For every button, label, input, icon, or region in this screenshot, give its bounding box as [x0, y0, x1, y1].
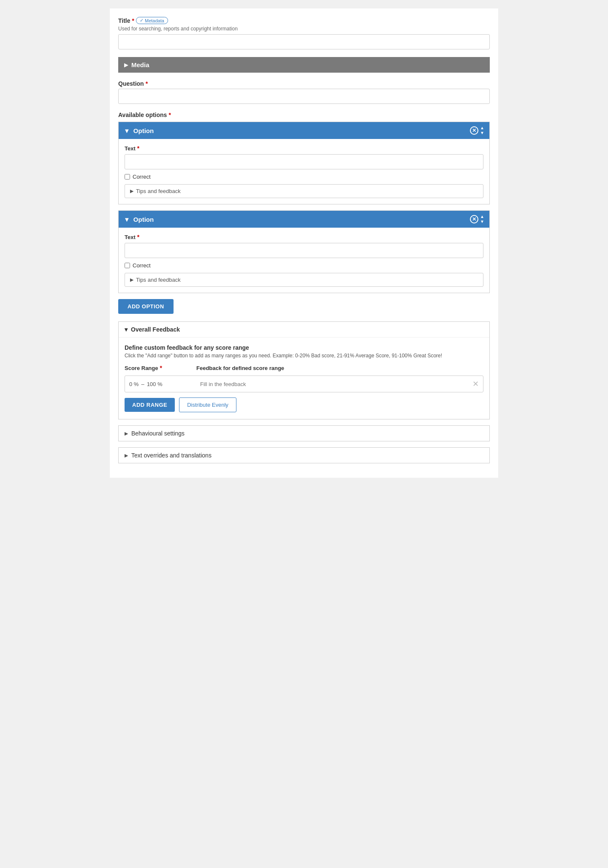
- option-1-text-required-star: *: [137, 145, 139, 152]
- metadata-badge-label: Metadata: [145, 18, 164, 23]
- available-options-text: Available options: [118, 112, 167, 118]
- remove-range-button[interactable]: ✕: [472, 379, 479, 389]
- option-2-text-label: Text *: [125, 234, 483, 240]
- option-1-text-input[interactable]: [125, 154, 483, 169]
- option-2-header-left: ▼ Option: [124, 216, 154, 223]
- overall-feedback-section: ▾ Overall Feedback Define custom feedbac…: [118, 321, 490, 419]
- score-range-header: Score Range * Feedback for defined score…: [125, 365, 483, 371]
- feedback-for-range-label: Feedback for defined score range: [196, 365, 284, 371]
- option-2-text-label-text: Text: [125, 234, 136, 240]
- option-2-reorder-arrows: ▲ ▼: [480, 214, 484, 224]
- option-2-body: Text * Correct ▶ Tips and feedback: [119, 228, 489, 293]
- title-input[interactable]: [118, 34, 490, 49]
- option-1-close-button[interactable]: ✕: [470, 126, 478, 135]
- option-1-down-arrow-icon[interactable]: ▼: [480, 131, 484, 136]
- option-2-close-icon: ✕: [470, 215, 478, 223]
- option-1-header[interactable]: ▼ Option ✕ ▲ ▼: [119, 122, 489, 139]
- text-overrides-header[interactable]: ▶ Text overrides and translations: [119, 448, 489, 463]
- available-options-required-star: *: [168, 112, 171, 118]
- option-2-correct-label: Correct: [133, 262, 151, 269]
- option-1-tips-feedback[interactable]: ▶ Tips and feedback: [125, 184, 483, 198]
- score-range-required-star: *: [160, 365, 162, 371]
- distribute-evenly-button[interactable]: Distribute Evenly: [179, 397, 236, 412]
- score-range-row: 0 % – 100 % ✕: [125, 375, 483, 392]
- option-2-header-right: ✕ ▲ ▼: [470, 214, 484, 224]
- behavioural-settings-header[interactable]: ▶ Behavioural settings: [119, 426, 489, 441]
- option-2-correct-checkbox[interactable]: [125, 263, 130, 268]
- score-range-label-text: Score Range: [125, 365, 158, 371]
- metadata-badge[interactable]: ✓ Metadata: [136, 17, 168, 24]
- option-1-tips-arrow-icon: ▶: [130, 188, 133, 194]
- page-container: Title * ✓ Metadata Used for searching, r…: [110, 8, 498, 478]
- overall-feedback-arrow-icon: ▾: [125, 326, 128, 333]
- option-2-header[interactable]: ▼ Option ✕ ▲ ▼: [119, 211, 489, 228]
- title-label: Title * ✓ Metadata: [118, 17, 490, 24]
- option-2-tips-arrow-icon: ▶: [130, 277, 133, 283]
- overall-feedback-body: Define custom feedback for any score ran…: [119, 337, 489, 419]
- question-required-star: *: [146, 80, 148, 87]
- option-1-close-icon: ✕: [470, 126, 478, 135]
- question-label-text: Question: [118, 80, 144, 87]
- text-overrides-arrow-icon: ▶: [125, 453, 128, 458]
- option-1-header-left: ▼ Option: [124, 127, 154, 134]
- option-2-text-required-star: *: [137, 234, 139, 240]
- option-1-text-label: Text *: [125, 145, 483, 152]
- media-label: Media: [131, 61, 149, 68]
- title-required-star: *: [132, 17, 134, 24]
- behavioural-settings-section: ▶ Behavioural settings: [118, 425, 490, 441]
- option-2-close-button[interactable]: ✕: [470, 215, 478, 223]
- remove-range-icon: ✕: [472, 379, 479, 389]
- overall-feedback-label: Overall Feedback: [131, 326, 180, 333]
- question-field-group: Question *: [118, 80, 490, 104]
- question-label: Question *: [118, 80, 490, 87]
- option-1-body: Text * Correct ▶ Tips and feedback: [119, 139, 489, 204]
- overall-feedback-header[interactable]: ▾ Overall Feedback: [119, 322, 489, 337]
- text-overrides-section: ▶ Text overrides and translations: [118, 447, 490, 463]
- option-2-label: Option: [133, 216, 154, 223]
- behavioural-settings-arrow-icon: ▶: [125, 431, 128, 436]
- option-1-text-label-text: Text: [125, 145, 136, 152]
- option-block-2: ▼ Option ✕ ▲ ▼ Text * Correct: [118, 210, 490, 293]
- title-field-group: Title * ✓ Metadata Used for searching, r…: [118, 17, 490, 49]
- title-label-text: Title: [118, 17, 130, 24]
- option-2-up-arrow-icon[interactable]: ▲: [480, 214, 484, 219]
- score-range-inputs: 0 % – 100 %: [129, 381, 197, 387]
- range-dash: –: [141, 381, 144, 387]
- option-1-tips-label: Tips and feedback: [136, 188, 181, 194]
- feedback-range-input[interactable]: [200, 381, 469, 387]
- add-range-button[interactable]: ADD RANGE: [125, 398, 175, 412]
- option-2-text-input[interactable]: [125, 243, 483, 258]
- feedback-description: Define custom feedback for any score ran…: [125, 344, 483, 351]
- option-1-correct-checkbox[interactable]: [125, 174, 130, 180]
- option-2-correct-row: Correct: [125, 262, 483, 269]
- text-overrides-label: Text overrides and translations: [131, 452, 212, 459]
- option-2-down-arrow-icon[interactable]: ▼: [480, 219, 484, 224]
- score-range-label: Score Range *: [125, 365, 192, 371]
- media-section-header[interactable]: ▶ Media: [118, 57, 490, 73]
- option-block-1: ▼ Option ✕ ▲ ▼ Text * Correct: [118, 122, 490, 204]
- option-1-correct-label: Correct: [133, 174, 151, 180]
- range-from-value: 0 %: [129, 381, 138, 387]
- range-to-value: 100 %: [147, 381, 163, 387]
- option-1-up-arrow-icon[interactable]: ▲: [480, 125, 484, 131]
- option-2-tips-feedback[interactable]: ▶ Tips and feedback: [125, 273, 483, 287]
- available-options-label: Available options *: [118, 112, 490, 118]
- option-1-correct-row: Correct: [125, 174, 483, 180]
- behavioural-settings-label: Behavioural settings: [131, 430, 185, 437]
- option-2-arrow-icon: ▼: [124, 216, 130, 223]
- media-arrow-icon: ▶: [124, 62, 128, 68]
- option-2-tips-label: Tips and feedback: [136, 277, 181, 283]
- question-input[interactable]: [118, 89, 490, 104]
- option-1-arrow-icon: ▼: [124, 127, 130, 134]
- add-option-button[interactable]: ADD OPTION: [118, 299, 174, 314]
- option-1-label: Option: [133, 127, 154, 134]
- feedback-hint: Click the "Add range" button to add as m…: [125, 353, 483, 359]
- title-description: Used for searching, reports and copyrigh…: [118, 26, 490, 32]
- metadata-check-icon: ✓: [140, 18, 144, 23]
- range-actions: ADD RANGE Distribute Evenly: [125, 397, 483, 412]
- option-1-header-right: ✕ ▲ ▼: [470, 125, 484, 136]
- option-1-reorder-arrows: ▲ ▼: [480, 125, 484, 136]
